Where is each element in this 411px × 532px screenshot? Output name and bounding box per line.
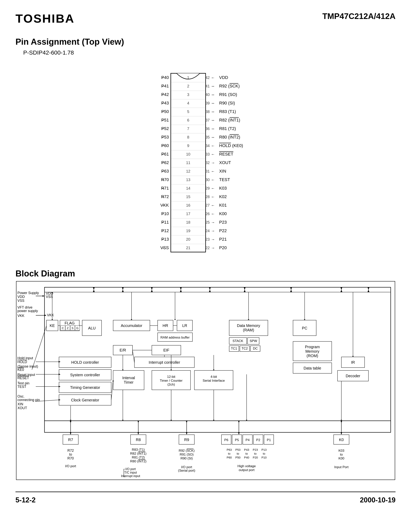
svg-text:←: ← — [211, 76, 215, 80]
svg-text:Interrupt controller: Interrupt controller — [149, 360, 180, 364]
svg-text:→: → — [211, 229, 215, 233]
svg-text:35: 35 — [205, 135, 209, 139]
svg-text:9: 9 — [187, 143, 189, 148]
svg-text:R80 (INT2): R80 (INT2) — [219, 135, 240, 140]
svg-text:R82 (INT1): R82 (INT1) — [219, 118, 240, 123]
svg-text:SPW: SPW — [250, 339, 257, 343]
svg-text:P1: P1 — [267, 438, 271, 442]
svg-text:P60: P60 — [226, 456, 232, 459]
svg-text:(ROM): (ROM) — [307, 354, 318, 358]
svg-text:←: ← — [161, 76, 165, 80]
svg-text:HOLD (KE0): HOLD (KE0) — [219, 143, 243, 148]
svg-marker-274 — [186, 432, 187, 435]
svg-text:26: 26 — [205, 212, 209, 216]
svg-text:←: ← — [161, 161, 165, 165]
svg-text:High voltage: High voltage — [237, 464, 256, 468]
svg-text:RESET: RESET — [17, 376, 29, 380]
block-diagram-title: Block Diagram — [16, 269, 395, 278]
svg-marker-264 — [70, 432, 71, 435]
svg-text:K02: K02 — [219, 194, 227, 199]
svg-text:P22: P22 — [219, 228, 227, 233]
svg-text:connecting pin: connecting pin — [17, 398, 40, 402]
svg-text:Data table: Data table — [303, 366, 321, 370]
svg-text:K03: K03 — [219, 186, 227, 190]
svg-text:←: ← — [161, 93, 165, 97]
svg-text:1: 1 — [187, 76, 189, 80]
page-footer: 5-12-2 2000-10-19 — [16, 492, 395, 504]
svg-text:40: 40 — [205, 93, 209, 97]
block-diagram-svg: .bd { font-family: Arial, sans-serif; } … — [17, 282, 395, 479]
svg-text:FLAG: FLAG — [65, 321, 75, 325]
svg-text:VFT drive: VFT drive — [17, 305, 32, 309]
svg-text:VDD: VDD — [17, 295, 25, 299]
svg-text:4: 4 — [187, 101, 189, 105]
svg-text:Decoder: Decoder — [346, 374, 360, 378]
svg-text:P53: P53 — [235, 448, 240, 451]
svg-text:P21: P21 — [219, 237, 227, 242]
svg-text:XIN: XIN — [219, 169, 226, 173]
pin-diagram: .pn { font-family: Arial, sans-serif; fo… — [70, 64, 341, 257]
svg-text:K01: K01 — [219, 203, 227, 208]
svg-text:(2ch): (2ch) — [167, 383, 175, 386]
svg-text:41: 41 — [205, 84, 209, 88]
svg-text:28: 28 — [205, 195, 209, 199]
model-number: TMP47C212A/412A — [322, 12, 395, 21]
svg-text:↔: ↔ — [161, 178, 165, 182]
svg-text:IR: IR — [351, 360, 355, 364]
svg-text:7: 7 — [187, 126, 189, 131]
svg-text:37: 37 — [205, 118, 209, 122]
svg-text:XIN: XIN — [17, 402, 23, 406]
svg-text:(RAM): (RAM) — [243, 328, 254, 332]
svg-text:←: ← — [161, 237, 165, 241]
svg-text:←: ← — [161, 118, 165, 122]
svg-text:P23: P23 — [219, 220, 227, 225]
svg-text:I/O port: I/O port — [125, 467, 136, 471]
svg-text:XOUT: XOUT — [219, 160, 231, 165]
svg-text:P13: P13 — [261, 448, 267, 451]
svg-text:R90 (SI): R90 (SI) — [219, 101, 235, 105]
svg-text:P63: P63 — [226, 448, 232, 451]
svg-text:36: 36 — [205, 126, 209, 131]
svg-text:←: ← — [211, 169, 215, 173]
svg-text:HOLD controller: HOLD controller — [71, 360, 99, 364]
svg-text:R83 (T1): R83 (T1) — [219, 109, 236, 114]
svg-text:33: 33 — [205, 152, 209, 156]
svg-text:STACK: STACK — [233, 339, 243, 343]
svg-text:←: ← — [211, 152, 215, 156]
svg-text:Input Port: Input Port — [334, 465, 348, 469]
svg-text:27: 27 — [205, 203, 209, 207]
svg-text:Power Supply: Power Supply — [17, 291, 39, 295]
svg-text:23: 23 — [205, 237, 209, 241]
svg-text:R92 (SCK): R92 (SCK) — [178, 449, 194, 453]
svg-text:12-bit: 12-bit — [167, 375, 175, 379]
svg-text:↔: ↔ — [211, 110, 215, 114]
svg-text:6: 6 — [187, 118, 189, 122]
svg-text:←: ← — [161, 84, 165, 88]
svg-text:VDD: VDD — [219, 75, 228, 80]
svg-text:Timer / Counter: Timer / Counter — [160, 379, 183, 382]
svg-text:39: 39 — [205, 101, 209, 105]
svg-text:R83 (T1): R83 (T1) — [132, 448, 145, 452]
svg-text:R92 (SCK): R92 (SCK) — [219, 84, 240, 88]
svg-text:17: 17 — [186, 212, 190, 216]
svg-text:P2: P2 — [256, 438, 260, 442]
svg-text:to: to — [254, 452, 256, 455]
svg-text:P23: P23 — [252, 448, 258, 451]
svg-text:R9: R9 — [184, 437, 189, 442]
svg-marker-279 — [238, 432, 240, 435]
svg-text:←: ← — [211, 212, 215, 216]
svg-text:↔: ↔ — [211, 101, 215, 105]
svg-text:←: ← — [211, 178, 215, 182]
footer-date: 2000-10-19 — [360, 496, 395, 504]
svg-text:to: to — [340, 453, 343, 456]
svg-text:19: 19 — [186, 229, 190, 233]
svg-text:32: 32 — [205, 161, 209, 165]
svg-text:E/R: E/R — [120, 348, 126, 352]
svg-text:←: ← — [161, 212, 165, 216]
svg-text:I/O port: I/O port — [65, 464, 76, 468]
svg-text:R81 (T2): R81 (T2) — [132, 456, 145, 459]
svg-text:to: to — [263, 452, 265, 455]
svg-text:→: → — [161, 246, 165, 250]
svg-marker-151 — [43, 295, 45, 297]
svg-text:→: → — [211, 161, 215, 165]
